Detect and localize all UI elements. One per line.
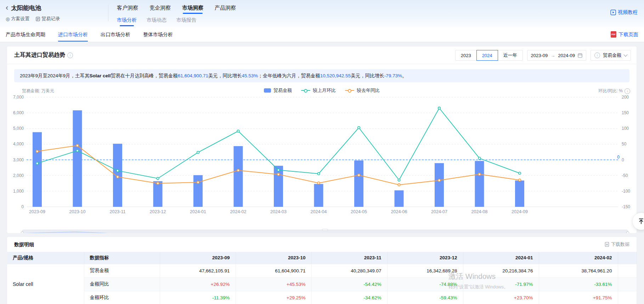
value-cell: 61,604,900.71 — [236, 264, 311, 277]
data-point — [398, 179, 400, 181]
svg-text:-150: -150 — [622, 204, 630, 209]
data-point — [277, 173, 279, 175]
bar — [475, 161, 484, 207]
svg-text:2024-03: 2024-03 — [270, 209, 287, 214]
scheme-settings-label: 方案设置 — [11, 16, 29, 22]
datazoom-handle-left[interactable] — [21, 232, 24, 233]
value-cell: +23.70% — [463, 291, 539, 304]
col-header-month: 2024-01 — [463, 252, 539, 264]
year-segmented-control: 20232024近一年 — [455, 50, 523, 61]
value-cell: 40,280,349.07 — [311, 264, 387, 277]
year-button-2024[interactable]: 2024 — [476, 50, 498, 61]
vertical-divider — [108, 5, 108, 21]
svg-text:50: 50 — [622, 142, 627, 147]
svg-text:2024-07: 2024-07 — [431, 209, 447, 214]
trend-chart[interactable]: 01,0002,0003,0004,0005,0006,0007,000-150… — [7, 95, 637, 233]
metric-select[interactable]: i 贸易金额 — [591, 50, 631, 61]
svg-text:0: 0 — [21, 204, 24, 209]
data-point — [358, 127, 360, 129]
nav-tab-item[interactable]: 整体市场分析 — [143, 27, 173, 42]
download-data-link[interactable]: 下载数据 — [605, 237, 629, 252]
col-header-month: 2023-11 — [311, 252, 387, 264]
year-button-近一年[interactable]: 近一年 — [498, 50, 523, 61]
col-header-extra — [618, 252, 637, 264]
legend-item[interactable]: 较去年同比 — [345, 87, 380, 94]
data-table: 产品/规格数据指标2023-092023-102023-112023-12202… — [7, 252, 637, 304]
metric-label-cell: 金额同比 — [84, 277, 160, 291]
col-header-product: 产品/规格 — [7, 252, 84, 264]
datazoom-grip[interactable] — [322, 229, 328, 231]
svg-text:1,000: 1,000 — [13, 189, 24, 194]
svg-text:2024-09: 2024-09 — [512, 209, 528, 214]
data-point — [519, 172, 521, 174]
download-page-link[interactable]: PDF 下载页面 — [611, 27, 638, 42]
col-header-month: 2023-10 — [236, 252, 311, 264]
svg-text:2024-06: 2024-06 — [391, 209, 407, 214]
data-point — [438, 107, 440, 109]
nav-tab-item[interactable]: 出口市场分析 — [101, 27, 130, 42]
info-icon[interactable]: i — [67, 52, 73, 58]
bar — [435, 163, 444, 207]
main-tab-active[interactable]: 市场洞察 — [182, 3, 203, 13]
datazoom-slider[interactable] — [21, 229, 629, 233]
main-tab-item[interactable]: 竞企洞察 — [149, 3, 171, 13]
summary-segment: 45.53% — [242, 73, 258, 78]
legend-label: 贸易金额 — [273, 87, 292, 94]
data-point — [317, 182, 320, 184]
svg-text:-50: -50 — [622, 173, 628, 178]
bar — [113, 144, 122, 207]
data-table-card: 数据明细 下载数据 产品/规格数据指标2023-092023-102023-11… — [7, 237, 637, 304]
trade-records-link[interactable]: 贸易记录 — [36, 16, 60, 22]
target-icon: ◎ — [6, 16, 10, 22]
data-point — [157, 182, 159, 184]
nav-tab-active[interactable]: 进口市场分析 — [58, 27, 88, 42]
data-point — [117, 170, 119, 172]
col-header-month: 2023-12 — [387, 252, 463, 264]
main-tab-item[interactable]: 客户洞察 — [117, 3, 138, 13]
sub-tab-item[interactable]: 市场动态 — [147, 16, 166, 24]
legend-line-swatch — [301, 89, 310, 92]
legend-item[interactable]: 贸易金额 — [264, 87, 292, 94]
main-tab-item[interactable]: 产品洞察 — [215, 3, 236, 13]
app-header: ‹ 太阳能电池 ◎ 方案设置 贸易记录 客户洞察竞企洞察市场洞察产品洞察 市场分… — [0, 0, 644, 28]
empty-cell — [618, 264, 637, 277]
table-section-title: 数据明细 — [14, 237, 34, 252]
data-point — [237, 169, 239, 171]
header-left: ‹ 太阳能电池 ◎ 方案设置 贸易记录 — [6, 3, 60, 22]
download-page-label: 下载页面 — [618, 27, 638, 42]
svg-text:2023-09: 2023-09 — [29, 209, 45, 214]
data-table-wrap: 产品/规格数据指标2023-092023-102023-112023-12202… — [7, 252, 637, 304]
sub-tab-active[interactable]: 市场分析 — [117, 16, 137, 24]
svg-text:2024-02: 2024-02 — [230, 209, 247, 214]
data-point — [197, 181, 199, 183]
market-analysis-tabs: 产品市场生命周期进口市场分析出口市场分析整体市场分析 — [6, 27, 173, 42]
date-range-picker[interactable]: 2023-09 → 2024-09 — [527, 50, 586, 61]
legend-item[interactable]: 较上月环比 — [301, 87, 336, 94]
video-tutorial-link[interactable]: 视频教程 — [610, 9, 638, 16]
svg-text:0: 0 — [622, 157, 624, 162]
trend-card: 土耳其进口贸易趋势 i 20232024近一年 2023-09 → 2024-0… — [7, 46, 637, 233]
svg-text:2024-05: 2024-05 — [351, 209, 367, 214]
year-button-2023[interactable]: 2023 — [455, 50, 477, 61]
value-cell: 20,216,384.76 — [463, 264, 539, 277]
sub-tab-item[interactable]: 市场报告 — [176, 16, 196, 24]
col-header-month: 2023-09 — [160, 252, 236, 264]
svg-text:6,000: 6,000 — [13, 110, 24, 115]
data-point — [76, 150, 78, 152]
datazoom-handle-right[interactable] — [626, 232, 629, 233]
scheme-settings-link[interactable]: ◎ 方案设置 — [6, 16, 29, 22]
trade-records-label: 贸易记录 — [41, 16, 60, 22]
svg-text:5,000: 5,000 — [13, 126, 24, 131]
svg-text:2024-04: 2024-04 — [311, 209, 327, 214]
nav-tab-item[interactable]: 产品市场生命周期 — [6, 27, 45, 42]
bar — [153, 181, 163, 207]
trend-card-title: 土耳其进口贸易趋势 i — [14, 51, 73, 59]
data-point — [157, 177, 159, 179]
svg-text:2023-10: 2023-10 — [69, 209, 86, 214]
back-button[interactable]: ‹ — [6, 4, 8, 12]
bar-series[interactable] — [33, 110, 524, 207]
legend-line-swatch — [345, 89, 354, 92]
bar — [354, 160, 363, 207]
date-start: 2023-09 — [531, 53, 548, 58]
value-cell: -33.61% — [539, 277, 618, 291]
